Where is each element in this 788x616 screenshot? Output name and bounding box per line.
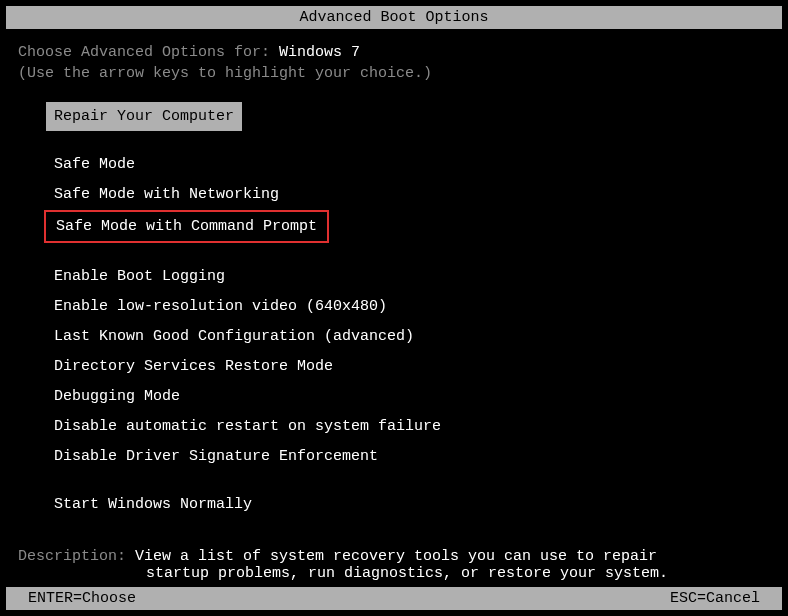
menu-item-disable-driver-sig[interactable]: Disable Driver Signature Enforcement [46, 442, 386, 471]
boot-menu: Repair Your Computer Safe Mode Safe Mode… [18, 102, 770, 520]
menu-item-safe-mode[interactable]: Safe Mode [46, 150, 143, 179]
description-line1: View a list of system recovery tools you… [135, 548, 657, 565]
title-text: Advanced Boot Options [299, 9, 488, 26]
menu-item-disable-auto-restart[interactable]: Disable automatic restart on system fail… [46, 412, 449, 441]
footer-esc: ESC=Cancel [670, 590, 760, 607]
menu-item-safe-mode-cmd[interactable]: Safe Mode with Command Prompt [44, 210, 329, 243]
menu-item-directory-services[interactable]: Directory Services Restore Mode [46, 352, 341, 381]
menu-item-last-known-good[interactable]: Last Known Good Configuration (advanced) [46, 322, 422, 351]
content-area: Choose Advanced Options for: Windows 7 (… [0, 29, 788, 520]
title-bar: Advanced Boot Options [6, 6, 782, 29]
footer-bar: ENTER=Choose ESC=Cancel [6, 587, 782, 610]
menu-item-repair-computer[interactable]: Repair Your Computer [46, 102, 242, 131]
footer-enter: ENTER=Choose [28, 590, 136, 607]
menu-item-safe-mode-networking[interactable]: Safe Mode with Networking [46, 180, 287, 209]
prompt-prefix: Choose Advanced Options for: [18, 44, 279, 61]
instruction-text: (Use the arrow keys to highlight your ch… [18, 65, 770, 82]
prompt-line: Choose Advanced Options for: Windows 7 [18, 44, 770, 61]
description-block: Description: View a list of system recov… [0, 538, 788, 582]
os-name: Windows 7 [279, 44, 360, 61]
menu-group-repair: Repair Your Computer [46, 102, 770, 132]
menu-group-advanced: Enable Boot Logging Enable low-resolutio… [46, 262, 770, 472]
description-line2: startup problems, run diagnostics, or re… [18, 565, 770, 582]
description-label: Description: [18, 548, 135, 565]
menu-item-start-normally[interactable]: Start Windows Normally [46, 490, 260, 519]
menu-item-boot-logging[interactable]: Enable Boot Logging [46, 262, 233, 291]
menu-item-low-res-video[interactable]: Enable low-resolution video (640x480) [46, 292, 395, 321]
menu-group-safemode: Safe Mode Safe Mode with Networking Safe… [46, 150, 770, 244]
menu-item-debugging-mode[interactable]: Debugging Mode [46, 382, 188, 411]
menu-group-normal: Start Windows Normally [46, 490, 770, 520]
